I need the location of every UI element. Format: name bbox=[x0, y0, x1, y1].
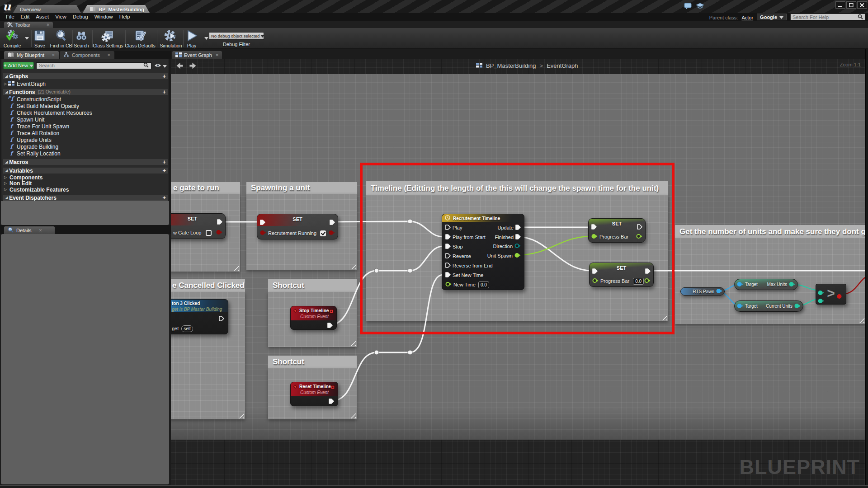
toolbar-button-class-defaults[interactable]: Class Defaults bbox=[126, 29, 155, 48]
help-search-input[interactable]: Search For Help bbox=[790, 14, 865, 20]
close-icon[interactable]: ✕ bbox=[46, 23, 50, 27]
feedback-icon[interactable] bbox=[684, 3, 692, 11]
expander-icon[interactable]: ▷ bbox=[3, 82, 8, 86]
comment-title[interactable]: Get the number of units and make sure th… bbox=[675, 225, 865, 238]
add-icon[interactable]: + bbox=[162, 74, 166, 79]
graph-canvas[interactable]: BP_MasterBuilding>EventGraphZoom 1:1e ga… bbox=[171, 59, 865, 485]
parent-class-value[interactable]: Actor bbox=[741, 15, 753, 20]
object-pin[interactable] bbox=[716, 287, 722, 296]
close-icon[interactable]: ✕ bbox=[151, 7, 154, 12]
bool-pin[interactable] bbox=[216, 229, 222, 237]
breadcrumb-item[interactable]: BP_MasterBuilding bbox=[486, 62, 536, 69]
maximize-button[interactable] bbox=[846, 1, 856, 9]
add-icon[interactable]: + bbox=[162, 160, 166, 164]
comment-title[interactable]: Shortcut bbox=[268, 279, 357, 292]
expander-icon[interactable]: ▷ bbox=[3, 175, 8, 179]
search-engine-button[interactable]: Google bbox=[757, 14, 787, 20]
menu-file[interactable]: File bbox=[3, 13, 18, 21]
comment-title[interactable]: e Cancelled Clicked bbox=[171, 279, 245, 292]
tab-details[interactable]: iDetails✕ bbox=[4, 226, 55, 234]
delegate-pin[interactable] bbox=[329, 307, 334, 315]
list-item-upgrade-building[interactable]: fUpgrade Building bbox=[3, 143, 168, 150]
list-item-non-edit[interactable]: ▷Non Edit bbox=[3, 180, 168, 187]
section-header-functions[interactable]: ◢Functions(21 Overridable)+ bbox=[3, 89, 168, 95]
tab-my-blueprint[interactable]: My Blueprint✕ bbox=[4, 51, 59, 59]
node-get-max-units[interactable]: TargetMax Units bbox=[734, 279, 798, 290]
collapse-icon[interactable]: ◢ bbox=[5, 196, 8, 200]
tutorial-icon[interactable] bbox=[696, 3, 704, 11]
list-item-spawn-unit[interactable]: fSpawn Unit bbox=[3, 116, 168, 123]
node-set-recrutement-running[interactable]: SETRecrutement Running bbox=[257, 214, 338, 239]
toolbar-button-compile[interactable]: Compile bbox=[0, 29, 27, 48]
minimize-button[interactable] bbox=[835, 1, 845, 9]
debug-object-selector[interactable]: No debug object selected bbox=[209, 32, 264, 40]
section-header-macros[interactable]: ◢Macros+ bbox=[3, 159, 168, 165]
section-header-variables[interactable]: ◢Variables+ bbox=[3, 168, 168, 174]
breadcrumb-item[interactable]: EventGraph bbox=[547, 62, 578, 69]
int-pin[interactable] bbox=[818, 291, 824, 307]
menu-view[interactable]: View bbox=[52, 13, 70, 21]
add-new-button[interactable]: +Add New bbox=[3, 62, 34, 69]
exec-pin[interactable] bbox=[260, 219, 265, 227]
tab-components[interactable]: Components✕ bbox=[60, 51, 114, 59]
toolbar-button-class-settings[interactable]: Class Settings bbox=[94, 29, 123, 48]
add-icon[interactable]: + bbox=[162, 169, 166, 173]
exec-pin[interactable] bbox=[217, 218, 222, 226]
collapse-icon[interactable]: ◢ bbox=[5, 74, 8, 78]
exec-pin[interactable] bbox=[219, 315, 224, 323]
visibility-filter[interactable] bbox=[154, 61, 167, 70]
checkbox-unchecked[interactable] bbox=[206, 230, 212, 236]
add-icon[interactable]: + bbox=[162, 90, 166, 94]
comment-title[interactable]: Shortcut bbox=[268, 356, 357, 368]
node-greater-than[interactable]: > bbox=[816, 284, 846, 305]
close-button[interactable] bbox=[857, 1, 867, 9]
chevron-down-icon[interactable] bbox=[204, 36, 208, 41]
menu-debug[interactable]: Debug bbox=[70, 13, 91, 21]
list-item-trace-all-rotation[interactable]: fTrace All Rotation bbox=[3, 130, 168, 136]
self-reference[interactable]: self bbox=[181, 325, 193, 332]
bool-pin[interactable] bbox=[329, 229, 335, 237]
node-get-current-units[interactable]: TargetCurrent Units bbox=[734, 300, 803, 312]
forward-arrow-icon[interactable] bbox=[189, 62, 197, 71]
list-item-customizable-features[interactable]: ▷Customizable Features bbox=[3, 186, 168, 193]
back-arrow-icon[interactable] bbox=[176, 62, 184, 71]
bool-pin[interactable] bbox=[260, 229, 266, 237]
menu-edit[interactable]: Edit bbox=[18, 13, 33, 21]
list-item-set-rally-location[interactable]: fSet Rally Location bbox=[3, 150, 168, 157]
expander-icon[interactable]: ▷ bbox=[3, 181, 8, 185]
section-header-graphs[interactable]: ◢Graphs+ bbox=[3, 73, 168, 79]
delegate-pin[interactable] bbox=[330, 383, 335, 391]
menu-window[interactable]: Window bbox=[91, 13, 116, 21]
node-set-gate-loop[interactable]: SETw Gate Loop bbox=[171, 213, 226, 239]
object-pin[interactable] bbox=[737, 281, 743, 289]
list-item-trace-for-unit-spawn[interactable]: fTrace For Unit Spawn bbox=[3, 123, 168, 130]
list-item-eventgraph[interactable]: ▷EventGraph bbox=[3, 80, 168, 87]
bool-pin[interactable] bbox=[837, 287, 843, 302]
parent-class-link[interactable]: Actor bbox=[741, 13, 753, 21]
checkbox-checked[interactable] bbox=[320, 230, 326, 236]
tab-event-graph[interactable]: Event Graph✕ bbox=[172, 51, 222, 59]
node-stop-timeline[interactable]: Stop TimelineCustom Event bbox=[290, 306, 337, 330]
list-item-constructionscript[interactable]: fConstructionScript bbox=[3, 96, 168, 103]
add-icon[interactable]: + bbox=[162, 196, 166, 200]
node-rts-pawn[interactable]: RTS Pawn bbox=[680, 287, 725, 296]
exec-pin[interactable] bbox=[330, 219, 335, 227]
menu-asset[interactable]: Asset bbox=[33, 13, 52, 21]
collapse-icon[interactable]: ◢ bbox=[5, 90, 8, 94]
comment-title[interactable]: Spawning a unit bbox=[246, 182, 357, 194]
section-header-event-dispatchers[interactable]: ◢Event Dispatchers+ bbox=[3, 195, 168, 201]
int-pin[interactable] bbox=[794, 302, 801, 310]
close-icon[interactable]: ✕ bbox=[107, 53, 111, 57]
int-pin[interactable] bbox=[789, 281, 795, 289]
list-item-set-build-material-opacity[interactable]: fSet Build Material Opacity bbox=[3, 103, 168, 109]
toolbar-button-play[interactable]: Play bbox=[177, 29, 206, 48]
node-reset-timeline[interactable]: Reset TimelineCustom Event bbox=[290, 382, 338, 406]
blueprint-search-input[interactable]: Search bbox=[36, 62, 151, 69]
collapse-icon[interactable]: ◢ bbox=[5, 160, 8, 164]
object-pin[interactable] bbox=[737, 302, 743, 310]
expander-icon[interactable]: ▷ bbox=[3, 188, 8, 192]
toolbar-button-search[interactable]: Search bbox=[67, 29, 96, 48]
close-icon[interactable]: ✕ bbox=[215, 53, 219, 57]
comment-title[interactable]: e gate to run bbox=[171, 182, 240, 194]
list-item-upgrade-units[interactable]: fUpgrade Units bbox=[3, 136, 168, 143]
